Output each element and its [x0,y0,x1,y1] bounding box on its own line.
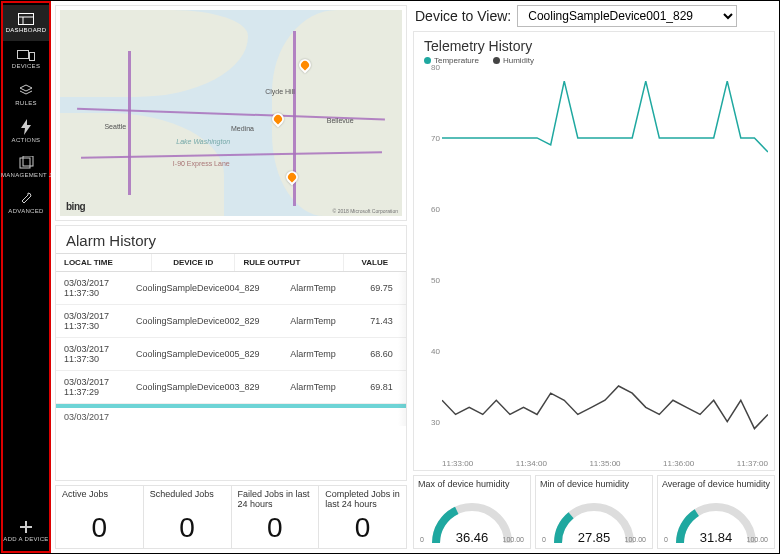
wrench-icon [19,192,33,206]
sidebar-item-label: MANAGEMENT JOBS [1,172,51,178]
alarm-history-title: Alarm History [56,232,406,253]
gauge-max: 100.00 [503,536,524,543]
map-place-label: Clyde Hill [265,88,295,95]
table-col-ruleoutput[interactable]: RULE OUTPUT [235,254,343,272]
job-tile[interactable]: Active Jobs0 [55,485,144,549]
job-tile-title: Active Jobs [62,490,137,500]
x-tick-label: 11:34:00 [516,459,547,468]
device-header: Device to View: CoolingSampleDevice001_8… [413,5,775,31]
right-column: Device to View: CoolingSampleDevice001_8… [411,1,779,553]
main-content: Seattle Bellevue Clyde Hill Medina Lake … [51,1,779,553]
plus-icon [19,520,33,534]
map-place-label: Bellevue [327,117,354,124]
y-tick-label: 80 [426,63,440,72]
table-row[interactable]: 03/03/201711:37:30CoolingSampleDevice002… [56,305,406,338]
gauge-max: 100.00 [747,536,768,543]
x-tick-label: 11:35:00 [589,459,620,468]
job-tile-value: 0 [325,512,400,544]
legend-item: Humidity [493,56,534,65]
sidebar-add-device[interactable]: ADD A DEVICE [3,511,49,551]
gauge-title: Min of device humidity [540,479,648,489]
devices-icon [17,49,35,61]
y-tick-label: 70 [426,133,440,142]
table-row[interactable]: 03/03/201711:37:30CoolingSampleDevice005… [56,338,406,371]
map-surface[interactable]: Seattle Bellevue Clyde Hill Medina Lake … [60,10,402,216]
sidebar-item-dashboard[interactable]: DASHBOARD [3,5,49,41]
jobs-tiles: Active Jobs0Scheduled Jobs0Failed Jobs i… [55,485,407,549]
job-tile-title: Scheduled Jobs [150,490,225,500]
job-tile[interactable]: Failed Jobs in last 24 hours0 [232,485,320,549]
y-tick-label: 50 [426,275,440,284]
table-row[interactable]: 03/03/201711:37:30CoolingSampleDevice004… [56,272,406,305]
gauge-tile[interactable]: Max of device humidity 0 100.00 36.46 [413,475,531,549]
gauge-row: Max of device humidity 0 100.00 36.46 Mi… [413,475,775,549]
map-place-label: Lake Washington [176,138,230,145]
alarm-table-body[interactable]: 03/03/201711:37:30CoolingSampleDevice004… [56,272,406,426]
job-tile[interactable]: Scheduled Jobs0 [144,485,232,549]
gauge-min: 0 [664,536,668,543]
telemetry-legend: TemperatureHumidity [424,56,768,65]
sidebar: DASHBOARD DEVICES RULES ACTIONS MANAGEME… [1,1,51,553]
gauge-tile[interactable]: Min of device humidity 0 100.00 27.85 [535,475,653,549]
job-tile-value: 0 [62,512,137,544]
map-panel[interactable]: Seattle Bellevue Clyde Hill Medina Lake … [55,5,407,221]
job-tile-value: 0 [238,512,313,544]
svg-rect-0 [19,14,34,25]
svg-rect-3 [18,51,29,59]
gauge-tile[interactable]: Average of device humidity 0 100.00 31.8… [657,475,775,549]
map-place-label: Medina [231,125,254,132]
gauge-max: 100.00 [625,536,646,543]
gauge-value: 27.85 [578,530,611,545]
y-tick-label: 30 [426,417,440,426]
sidebar-item-label: ACTIONS [12,137,41,143]
sidebar-item-rules[interactable]: RULES [3,77,49,113]
sidebar-item-actions[interactable]: ACTIONS [3,113,49,149]
sidebar-item-advanced[interactable]: ADVANCED [3,185,49,221]
device-select[interactable]: CoolingSampleDevice001_829 [517,5,737,27]
sidebar-item-label: ADD A DEVICE [3,536,48,542]
svg-rect-4 [30,53,35,61]
jobs-icon [18,156,34,170]
svg-marker-6 [21,119,31,135]
table-col-value[interactable]: VALUE [343,254,406,272]
map-attribution: © 2018 Microsoft Corporation [333,208,398,214]
map-provider-logo: bing [66,201,85,212]
sidebar-item-label: DEVICES [12,63,40,69]
gauge-value: 31.84 [700,530,733,545]
x-tick-label: 11:33:00 [442,459,473,468]
y-tick-label: 40 [426,346,440,355]
gauge-title: Average of device humidity [662,479,770,489]
gauge-min: 0 [542,536,546,543]
job-tile-value: 0 [150,512,225,544]
table-col-localtime[interactable]: LOCAL TIME [56,254,151,272]
y-tick-label: 60 [426,204,440,213]
x-tick-label: 11:36:00 [663,459,694,468]
sidebar-item-label: DASHBOARD [6,27,47,33]
telemetry-chart-title: Telemetry History [424,38,768,54]
map-place-label: I-90 Express Lane [173,160,230,167]
gauge-value: 36.46 [456,530,489,545]
svg-marker-5 [20,85,32,91]
sidebar-item-devices[interactable]: DEVICES [3,41,49,77]
rules-icon [19,84,33,98]
left-column: Seattle Bellevue Clyde Hill Medina Lake … [51,1,411,553]
gauge-title: Max of device humidity [418,479,526,489]
table-row[interactable]: 03/03/201711:37:29CoolingSampleDevice003… [56,371,406,404]
gauge-min: 0 [420,536,424,543]
sidebar-item-management-jobs[interactable]: MANAGEMENT JOBS [3,149,49,185]
x-tick-label: 11:37:00 [737,459,768,468]
alarm-history-table: LOCAL TIME DEVICE ID RULE OUTPUT VALUE [56,253,406,272]
table-col-deviceid[interactable]: DEVICE ID [151,254,234,272]
dashboard-icon [18,13,34,25]
job-tile-title: Failed Jobs in last 24 hours [238,490,313,510]
sidebar-item-label: RULES [15,100,37,106]
sidebar-item-label: ADVANCED [8,208,43,214]
alarm-history-panel: Alarm History LOCAL TIME DEVICE ID RULE … [55,225,407,481]
bolt-icon [21,119,31,135]
telemetry-chart-panel: Telemetry History TemperatureHumidity 30… [413,31,775,471]
telemetry-x-axis: 11:33:0011:34:0011:35:0011:36:0011:37:00 [442,457,768,468]
telemetry-chart-area[interactable]: 304050607080 [442,67,768,457]
series-line [442,81,768,152]
job-tile[interactable]: Completed Jobs in last 24 hours0 [319,485,407,549]
map-place-label: Seattle [104,123,126,130]
